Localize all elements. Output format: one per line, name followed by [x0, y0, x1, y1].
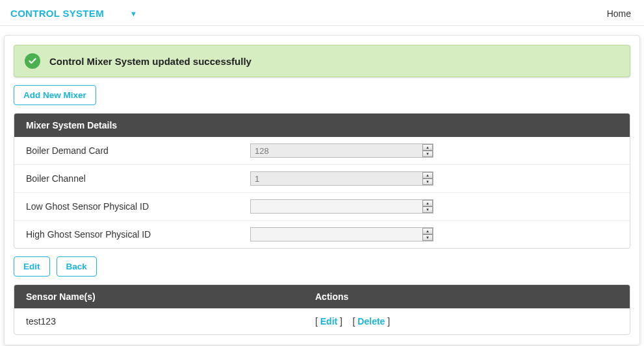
spinner-up-icon[interactable]: ▲ [422, 172, 433, 179]
high-ghost-input-wrap: ▲ ▼ [250, 227, 433, 241]
action-buttons-row: Edit Back [14, 256, 630, 277]
home-link[interactable]: Home [607, 8, 631, 19]
boiler-demand-card-row: Boiler Demand Card ▲ ▼ [14, 137, 630, 165]
back-button[interactable]: Back [57, 256, 97, 277]
spinner-down-icon[interactable]: ▼ [422, 206, 433, 213]
spinner-down-icon[interactable]: ▼ [422, 234, 433, 241]
table-row: test123 [ Edit ] [ Delete ] [14, 308, 630, 334]
spinner-down-icon[interactable]: ▼ [422, 151, 433, 157]
row-edit-link[interactable]: Edit [320, 316, 337, 327]
content-box: Control Mixer System updated successfull… [4, 35, 640, 345]
sensor-table: Sensor Name(s) Actions test123 [ Edit ] … [14, 284, 630, 335]
boiler-channel-label: Boiler Channel [26, 173, 250, 184]
nav-left: CONTROL SYSTEM ▼ [10, 8, 137, 19]
success-alert: Control Mixer System updated successfull… [14, 45, 630, 77]
spinner-controls: ▲ ▼ [422, 172, 433, 185]
low-ghost-input-wrap: ▲ ▼ [250, 199, 433, 214]
spinner-up-icon[interactable]: ▲ [422, 144, 433, 151]
high-ghost-input[interactable] [250, 227, 433, 241]
nav-dropdown-icon[interactable]: ▼ [130, 10, 137, 18]
low-ghost-label: Low Ghost Sensor Physical ID [26, 201, 250, 212]
spinner-controls: ▲ ▼ [422, 200, 433, 213]
low-ghost-row: Low Ghost Sensor Physical ID ▲ ▼ [14, 193, 630, 221]
boiler-demand-card-input[interactable] [250, 143, 433, 158]
bracket-close: ] [337, 316, 342, 327]
spinner-controls: ▲ ▼ [422, 144, 433, 157]
col-header-name: Sensor Name(s) [26, 291, 315, 302]
edit-button[interactable]: Edit [14, 256, 50, 277]
col-header-actions: Actions [315, 291, 618, 302]
alert-message: Control Mixer System updated successfull… [49, 56, 251, 67]
high-ghost-row: High Ghost Sensor Physical ID ▲ ▼ [14, 221, 630, 248]
low-ghost-input[interactable] [250, 199, 433, 214]
mixer-details-panel: Mixer System Details Boiler Demand Card … [14, 113, 630, 249]
spinner-up-icon[interactable]: ▲ [422, 200, 433, 206]
bracket-open: [ [315, 316, 320, 327]
boiler-channel-input-wrap: ▲ ▼ [250, 171, 433, 186]
sensor-actions-cell: [ Edit ] [ Delete ] [315, 316, 618, 327]
row-delete-link[interactable]: Delete [357, 316, 385, 327]
bracket-close: ] [385, 316, 390, 327]
check-circle-icon [25, 53, 40, 69]
add-new-mixer-button[interactable]: Add New Mixer [14, 85, 96, 105]
boiler-channel-row: Boiler Channel ▲ ▼ [14, 165, 630, 193]
boiler-demand-card-input-wrap: ▲ ▼ [250, 143, 433, 158]
sensor-name-cell: test123 [26, 316, 315, 327]
top-nav: CONTROL SYSTEM ▼ Home [0, 0, 644, 26]
spinner-controls: ▲ ▼ [422, 228, 433, 241]
spinner-down-icon[interactable]: ▼ [422, 179, 433, 185]
boiler-channel-input[interactable] [250, 171, 433, 186]
high-ghost-label: High Ghost Sensor Physical ID [26, 229, 250, 240]
table-header: Sensor Name(s) Actions [14, 285, 630, 308]
spinner-up-icon[interactable]: ▲ [422, 228, 433, 234]
boiler-demand-card-label: Boiler Demand Card [26, 145, 250, 156]
add-mixer-row: Add New Mixer [14, 85, 630, 105]
page-content: Control Mixer System updated successfull… [0, 26, 644, 345]
brand-title: CONTROL SYSTEM [10, 8, 104, 19]
panel-title: Mixer System Details [14, 114, 630, 137]
